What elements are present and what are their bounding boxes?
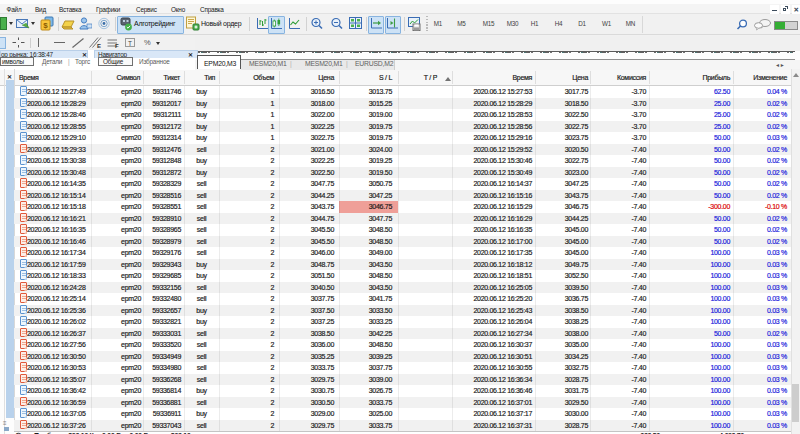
- svg-text:F: F: [115, 43, 119, 49]
- svg-text:$: $: [43, 21, 48, 30]
- svg-text:E: E: [97, 43, 101, 49]
